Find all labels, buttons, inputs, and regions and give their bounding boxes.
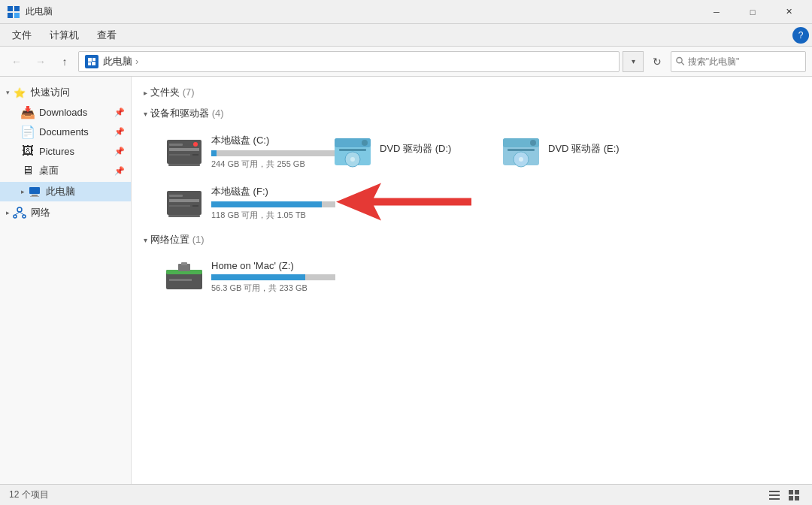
svg-rect-49 xyxy=(169,279,192,281)
address-box[interactable]: 此电脑 › xyxy=(78,51,620,72)
svg-rect-19 xyxy=(169,148,199,151)
network-drive-icon xyxy=(165,262,204,292)
help-button[interactable]: ? xyxy=(792,27,809,44)
downloads-icon: 📥 xyxy=(21,105,35,119)
svg-point-8 xyxy=(677,58,682,63)
svg-rect-43 xyxy=(168,215,200,217)
sidebar-item-label: Documents xyxy=(39,126,89,138)
restore-button[interactable]: □ xyxy=(735,0,770,24)
chevron-down-icon: ▾ xyxy=(6,89,10,96)
sidebar-item-desktop[interactable]: 🖥 桌面 📌 xyxy=(0,161,131,180)
drive-f-info: 本地磁盘 (F:) 118 GB 可用，共 1.05 TB xyxy=(211,185,335,221)
up-button[interactable]: ↑ xyxy=(54,51,75,72)
network-drive-z-bar-bg xyxy=(211,274,335,280)
menubar: 文件 计算机 查看 ? xyxy=(0,24,812,47)
network-locations-header[interactable]: ▾ 网络位置 (1) xyxy=(144,233,800,246)
this-pc-icon xyxy=(28,185,41,198)
svg-rect-52 xyxy=(769,498,780,500)
svg-rect-48 xyxy=(181,262,187,265)
menu-view[interactable]: 查看 xyxy=(88,26,126,45)
window-controls: ─ □ ✕ xyxy=(699,0,806,24)
svg-rect-3 xyxy=(14,13,20,18)
dvd-d[interactable]: DVD 驱动器 (D:) xyxy=(324,128,489,176)
pc-icon xyxy=(85,55,98,68)
network-drive-z-info: Home on 'Mac' (Z:) 56.3 GB 可用，共 233 GB xyxy=(211,260,335,294)
chevron-right-icon: ▸ xyxy=(144,89,147,97)
close-button[interactable]: ✕ xyxy=(771,0,806,24)
red-arrow xyxy=(336,180,471,227)
sidebar: ▾ ⭐ 快速访问 📥 Downloads 📌 📄 Documents 📌 🖼 P… xyxy=(0,77,132,484)
network-locations-section: ▾ 网络位置 (1) xyxy=(144,233,800,300)
network-drive-z-name: Home on 'Mac' (Z:) xyxy=(211,260,335,271)
devices-title: 设备和驱动器 (4) xyxy=(150,107,224,120)
network-drive-z-bar-fill xyxy=(211,274,305,280)
sidebar-item-network[interactable]: ▸ 网络 xyxy=(0,203,131,222)
devices-section: ▾ 设备和驱动器 (4) xyxy=(144,107,800,227)
search-box[interactable] xyxy=(671,51,806,72)
address-text: 此电脑 xyxy=(103,55,132,68)
minimize-button[interactable]: ─ xyxy=(699,0,734,24)
view-details-button[interactable] xyxy=(765,486,783,504)
dvd-d-name: DVD 驱动器 (D:) xyxy=(380,142,451,159)
svg-point-21 xyxy=(193,142,198,147)
folders-section-header[interactable]: ▸ 文件夹 (7) xyxy=(144,86,800,99)
svg-rect-20 xyxy=(169,144,183,146)
svg-line-16 xyxy=(15,212,20,215)
window-icon xyxy=(6,5,21,20)
drive-c[interactable]: 本地磁盘 (C:) 244 GB 可用，共 255 GB xyxy=(156,128,321,176)
folders-title: 文件夹 (7) xyxy=(150,86,195,99)
svg-rect-55 xyxy=(789,496,793,500)
sidebar-item-downloads[interactable]: 📥 Downloads 📌 xyxy=(0,102,131,122)
sidebar-item-pictures[interactable]: 🖼 Pictures 📌 xyxy=(0,141,131,161)
address-dropdown[interactable]: ▾ xyxy=(623,51,644,72)
this-pc-section: ▸ 此电脑 xyxy=(0,182,131,201)
pin-icon: 📌 xyxy=(114,127,125,137)
documents-icon: 📄 xyxy=(21,125,35,138)
back-button[interactable]: ← xyxy=(6,51,27,72)
pin-icon: 📌 xyxy=(114,166,125,176)
drive-f[interactable]: 本地磁盘 (F:) 118 GB 可用，共 1.05 TB xyxy=(156,179,321,227)
drive-c-size: 244 GB 可用，共 255 GB xyxy=(211,159,335,170)
svg-point-29 xyxy=(350,157,355,162)
svg-rect-7 xyxy=(92,62,95,65)
network-label: 网络 xyxy=(31,206,50,219)
dvd-e[interactable]: DVD 驱动器 (E:) xyxy=(492,128,658,176)
pin-icon: 📌 xyxy=(114,147,125,156)
sidebar-item-this-pc[interactable]: ▸ 此电脑 xyxy=(0,182,131,201)
svg-point-13 xyxy=(17,207,22,212)
sidebar-item-documents[interactable]: 📄 Documents 📌 xyxy=(0,122,131,141)
sidebar-item-label: Pictures xyxy=(39,146,74,157)
main-layout: ▾ ⭐ 快速访问 📥 Downloads 📌 📄 Documents 📌 🖼 P… xyxy=(0,77,812,484)
desktop-icon: 🖥 xyxy=(21,164,35,177)
svg-point-35 xyxy=(519,157,523,162)
svg-rect-23 xyxy=(192,154,198,156)
drive-f-bar-fill xyxy=(211,201,322,207)
search-input[interactable] xyxy=(688,56,801,67)
svg-rect-50 xyxy=(769,491,780,492)
svg-rect-6 xyxy=(88,62,91,65)
svg-rect-12 xyxy=(30,196,39,197)
svg-marker-44 xyxy=(336,183,471,221)
dvd-e-label: DVD 驱动器 (E:) xyxy=(548,142,620,156)
svg-rect-2 xyxy=(8,13,13,18)
search-icon xyxy=(676,56,685,66)
menu-computer[interactable]: 计算机 xyxy=(41,26,88,45)
sidebar-item-label: 桌面 xyxy=(39,164,59,177)
svg-rect-10 xyxy=(29,187,40,194)
network-drive-z[interactable]: Home on 'Mac' (Z:) 56.3 GB 可用，共 233 GB xyxy=(156,254,321,300)
dvd-e-name: DVD 驱动器 (E:) xyxy=(548,142,620,159)
refresh-button[interactable]: ↻ xyxy=(647,51,668,72)
sidebar-quick-access[interactable]: ▾ ⭐ 快速访问 xyxy=(0,83,131,102)
forward-button[interactable]: → xyxy=(30,51,51,72)
chevron-down-icon: ▾ xyxy=(144,110,147,118)
drive-c-info: 本地磁盘 (C:) 244 GB 可用，共 255 GB xyxy=(211,134,335,170)
svg-rect-56 xyxy=(795,496,799,500)
svg-line-9 xyxy=(681,62,684,65)
svg-rect-54 xyxy=(795,490,799,494)
quick-access-label: 快速访问 xyxy=(31,86,70,99)
svg-point-40 xyxy=(193,193,198,198)
svg-rect-1 xyxy=(14,6,20,11)
devices-section-header[interactable]: ▾ 设备和驱动器 (4) xyxy=(144,107,800,120)
menu-file[interactable]: 文件 xyxy=(3,26,41,45)
view-tiles-button[interactable] xyxy=(785,486,803,504)
